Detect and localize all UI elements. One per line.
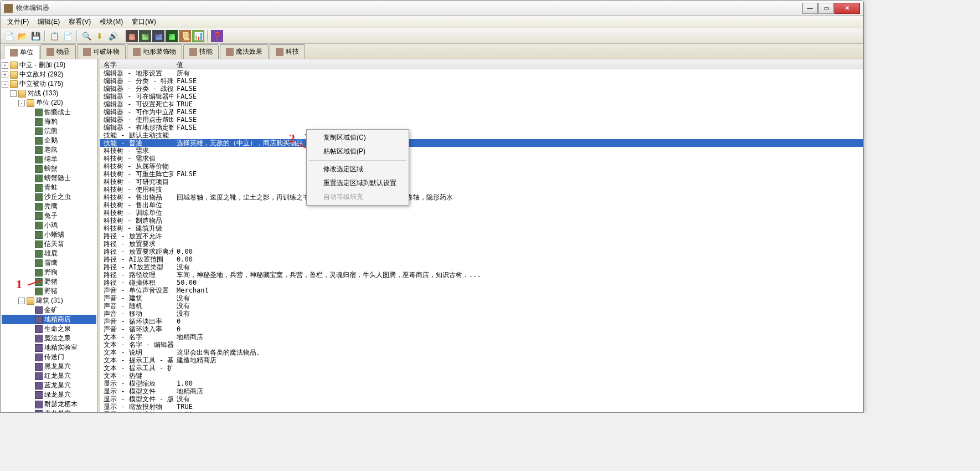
module-icon[interactable]: ▦: [139, 30, 151, 42]
property-row[interactable]: 科技树 - 制造物品: [100, 217, 863, 224]
property-row[interactable]: 科技树 - 需求: [100, 147, 863, 155]
tree-toggle-icon[interactable]: -: [18, 298, 25, 304]
menu-察看(V)[interactable]: 察看(V): [64, 16, 95, 28]
module-icon[interactable]: ▦: [152, 30, 164, 42]
property-row[interactable]: 文本 - 提示工具 - 扩展: [100, 364, 863, 372]
ctx-item[interactable]: 重置选定区域到默认设置: [308, 176, 408, 190]
find-icon[interactable]: 🔍: [80, 30, 92, 42]
property-row[interactable]: 编辑器 - 有地形指定数...FALSE: [100, 124, 863, 131]
property-row[interactable]: 显示 - 模型缩放1.00: [100, 380, 863, 387]
col-header-value[interactable]: 值: [173, 59, 863, 69]
property-row[interactable]: 编辑器 - 地形设置所有: [100, 69, 863, 77]
tree-row[interactable]: -中立被动 (175): [2, 79, 96, 89]
tree-pane[interactable]: +中立 - 删加 (19)+中立敌对 (292)-中立被动 (175)-对战 (…: [1, 59, 98, 412]
tree-toggle-icon[interactable]: -: [2, 81, 8, 88]
ctx-item[interactable]: 复制区域值(C): [308, 131, 408, 145]
tree-row[interactable]: -建筑 (31): [2, 296, 96, 305]
tree-toggle-icon[interactable]: -: [18, 100, 25, 106]
tree-row[interactable]: -对战 (133): [2, 89, 96, 98]
tree-row[interactable]: 骷髅战士: [2, 107, 96, 117]
property-row[interactable]: 科技树 - 可研究项目: [100, 178, 863, 186]
tree-row[interactable]: 沙丘之虫: [2, 192, 96, 202]
tab-地形装饰物[interactable]: 地形装饰物: [127, 44, 182, 59]
tree-row[interactable]: 小蜥蜴: [2, 230, 96, 239]
property-row[interactable]: 技能 - 默认主动技能: [100, 131, 863, 139]
tree-row[interactable]: 野猪: [2, 286, 96, 296]
maximize-button[interactable]: [818, 3, 834, 14]
tree-row[interactable]: 青蛙: [2, 183, 96, 192]
property-row[interactable]: 路径 - 路径纹理车间，神秘圣地，兵营，神秘藏宝室，兵营，兽栏，灵魂归宿，牛头人…: [100, 271, 863, 279]
save-icon[interactable]: 💾: [29, 30, 42, 42]
property-row[interactable]: 显示 - 模型文件 - 版本没有: [100, 395, 863, 403]
paste-icon[interactable]: 📄: [61, 30, 74, 42]
tree-row[interactable]: 企鹅: [2, 136, 96, 145]
property-row[interactable]: 路径 - AI放置范围0.00: [100, 255, 863, 263]
module-icon[interactable]: ▦: [166, 30, 178, 42]
tree-row[interactable]: 绿龙巢穴: [2, 390, 96, 400]
property-row[interactable]: 显示 - 模型文件地精商店: [100, 387, 863, 395]
property-row[interactable]: 科技树 - 需求值: [100, 155, 863, 162]
property-row[interactable]: 声音 - 移动没有: [100, 310, 863, 318]
tree-row[interactable]: -单位 (20): [2, 98, 96, 107]
property-row[interactable]: 文本 - 名字 - 编辑器后缀: [100, 341, 863, 349]
tree-row[interactable]: 螃蟹隐士: [2, 173, 96, 183]
tree-row[interactable]: 雄鹿: [2, 249, 96, 258]
menu-文件(F)[interactable]: 文件(F): [3, 16, 33, 28]
module-icon[interactable]: 📊: [192, 30, 204, 42]
property-row[interactable]: 编辑器 - 分类 - 特殊FALSE: [100, 77, 863, 85]
property-row[interactable]: 科技树 - 售出单位: [100, 201, 863, 209]
tree-row[interactable]: 小鸡: [2, 221, 96, 230]
property-row[interactable]: 声音 - 单位声音设置Merchant: [100, 286, 863, 294]
tree-row[interactable]: 野狗: [2, 268, 96, 277]
property-row[interactable]: 路径 - 放置要求: [100, 240, 863, 248]
open-icon[interactable]: 📂: [16, 30, 28, 42]
property-row[interactable]: 编辑器 - 使用点击帮助...FALSE: [100, 116, 863, 124]
copy-icon[interactable]: 📋: [48, 30, 60, 42]
tree-row[interactable]: 生命之泉: [2, 324, 96, 334]
property-row[interactable]: 科技树 - 训练单位: [100, 209, 863, 217]
menu-编辑(E)[interactable]: 编辑(E): [33, 16, 64, 28]
sound-icon[interactable]: 🔊: [107, 30, 119, 42]
property-row[interactable]: 显示 - 选择缩放4.50: [100, 411, 863, 412]
tree-row[interactable]: 黑龙巢穴: [2, 362, 96, 371]
property-row[interactable]: 路径 - 碰撞体积50.00: [100, 279, 863, 286]
tree-row[interactable]: 传送门: [2, 352, 96, 362]
property-row[interactable]: 科技树 - 从属等价物: [100, 162, 863, 170]
tree-row[interactable]: 魔法之泉: [2, 334, 96, 343]
minimize-button[interactable]: [802, 3, 818, 14]
tree-row[interactable]: 雪鹰: [2, 258, 96, 268]
menu-窗口(W)[interactable]: 窗口(W): [127, 16, 160, 28]
property-row[interactable]: 科技树 - 售出物品回城卷轴，速度之靴，尘土之影，再训练之书，生 无敌药水，医疗…: [100, 193, 863, 201]
tree-row[interactable]: 地精商店: [2, 315, 96, 324]
menu-模块(M)[interactable]: 模块(M): [95, 16, 127, 28]
property-row[interactable]: 路径 - 放置不允许: [100, 232, 863, 240]
tree-row[interactable]: 红龙巢穴: [2, 371, 96, 381]
tree-row[interactable]: 秃鹰: [2, 202, 96, 211]
tree-row[interactable]: +中立敌对 (292): [2, 70, 96, 79]
property-row[interactable]: 显示 - 缩放投射物TRUE: [100, 403, 863, 411]
tree-row[interactable]: 野猪: [2, 277, 96, 286]
property-row[interactable]: 文本 - 说明这里会出售各类的魔法物品。: [100, 349, 863, 356]
tree-row[interactable]: 信天翁: [2, 239, 96, 249]
property-row[interactable]: 文本 - 名字地精商店: [100, 333, 863, 341]
property-row[interactable]: 编辑器 - 分类 - 战役FALSE: [100, 85, 863, 93]
ctx-item[interactable]: 粘帖区域值(P): [308, 145, 408, 158]
tree-row[interactable]: 浣熊: [2, 126, 96, 136]
property-row[interactable]: 声音 - 随机没有: [100, 302, 863, 310]
property-row[interactable]: 声音 - 循环淡入率0: [100, 325, 863, 333]
tree-row[interactable]: 金矿: [2, 305, 96, 315]
detail-body[interactable]: 编辑器 - 地形设置所有编辑器 - 分类 - 特殊FALSE编辑器 - 分类 -…: [100, 69, 863, 412]
ctx-item[interactable]: 修改选定区域: [308, 162, 408, 176]
property-row[interactable]: 文本 - 提示工具 - 基础建造地精商店: [100, 356, 863, 364]
col-header-name[interactable]: 名字: [100, 59, 173, 69]
property-row[interactable]: 编辑器 - 可设置死亡掉...TRUE: [100, 100, 863, 108]
tab-物品[interactable]: 物品: [40, 44, 76, 59]
property-row[interactable]: 声音 - 循环淡出率0: [100, 318, 863, 325]
tree-row[interactable]: 绵羊: [2, 155, 96, 164]
tree-row[interactable]: 耐瑟龙栖木: [2, 400, 96, 409]
help-icon[interactable]: ❓: [211, 30, 223, 42]
property-row[interactable]: 编辑器 - 可作为中立敌...FALSE: [100, 108, 863, 116]
tab-魔法效果[interactable]: 魔法效果: [220, 44, 269, 59]
close-button[interactable]: [834, 3, 860, 14]
property-row[interactable]: 科技树 - 可重生阵亡英雄FALSE: [100, 170, 863, 178]
